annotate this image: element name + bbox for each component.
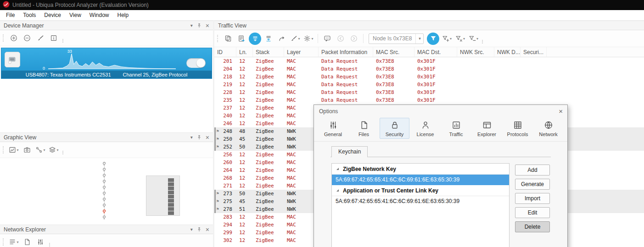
network-node-icon[interactable]	[102, 192, 106, 196]
packet-row-218[interactable]: 21812ZigBeeMACData Request0x73E80x301F	[214, 73, 644, 81]
next-comment-button[interactable]	[348, 33, 360, 44]
options-tab-protocols[interactable]: Protocols	[503, 118, 532, 139]
add-device-button[interactable]	[8, 32, 20, 44]
edit-key-button[interactable]: Edit	[515, 207, 550, 218]
report-button[interactable]: ▾	[8, 236, 20, 247]
chevron-down-icon[interactable]: ▾	[190, 227, 193, 232]
pin-icon[interactable]	[196, 23, 202, 28]
column-header-securi[interactable]: Securi...	[521, 47, 547, 57]
network-node-icon[interactable]	[102, 186, 106, 190]
add-key-button[interactable]: Add	[515, 165, 550, 176]
close-icon[interactable]: ×	[206, 226, 209, 233]
packet-table-header: IDLn.StackLayerPacket InformationMAC Src…	[214, 47, 644, 57]
tab-keychain[interactable]: Keychain	[331, 146, 368, 157]
menu-item-window[interactable]: Window	[85, 11, 113, 20]
column-header-packet-information[interactable]: Packet Information	[319, 47, 373, 57]
chevron-down-icon: ▾	[476, 37, 478, 41]
close-icon[interactable]: ×	[559, 108, 563, 115]
minimap-node-block	[168, 199, 174, 203]
packet-id: 248	[221, 127, 236, 135]
network-node-icon[interactable]	[102, 203, 106, 208]
chevron-down-icon[interactable]: ▾	[190, 23, 193, 28]
packet-row-204[interactable]: 20412ZigBeeMACData Request0x73E80x301F	[214, 65, 644, 73]
prev-comment-button[interactable]	[335, 33, 347, 44]
column-header-stack[interactable]: Stack	[253, 47, 284, 57]
filter-add-button[interactable]: ▾	[441, 33, 453, 44]
packet-row-228[interactable]: 22812ZigBeeMACData Request0x73E80x301F	[214, 88, 644, 96]
menu-item-view[interactable]: View	[65, 11, 85, 20]
network-node-icon[interactable]	[102, 174, 106, 178]
menu-item-help[interactable]: Help	[113, 11, 133, 20]
options-tab-network[interactable]: Network	[533, 118, 563, 139]
column-header-nwk-d[interactable]: NWK D...	[494, 47, 521, 57]
device-enable-toggle[interactable]	[186, 58, 206, 68]
highlighted-network-node-icon[interactable]	[102, 209, 106, 214]
key-value-row[interactable]: 5A:69:67:42:65:65:41:6C:6C:69:61:6E:63:6…	[332, 196, 509, 207]
chevron-down-icon[interactable]: ▾	[415, 34, 423, 44]
options-tab-explorer[interactable]: Explorer	[472, 118, 502, 139]
key-list[interactable]: ZigBee Network Key5A:69:67:42:65:65:41:6…	[331, 163, 510, 247]
options-tab-traffic[interactable]: Traffic	[441, 118, 471, 139]
filter-clear-button[interactable]: ▾	[454, 33, 466, 44]
chevron-down-icon[interactable]: ▾	[190, 135, 193, 140]
options-tab-files[interactable]: Files	[349, 118, 379, 139]
options-tab-general[interactable]: General	[318, 118, 348, 139]
goto-last-button[interactable]	[263, 33, 274, 44]
pin-icon[interactable]	[196, 135, 202, 140]
layers-button[interactable]: ▾	[48, 144, 60, 156]
forward-packet-button[interactable]	[276, 33, 288, 44]
copy-page-button[interactable]	[21, 236, 33, 247]
network-node-icon[interactable]	[102, 180, 106, 184]
pin-icon[interactable]	[196, 227, 202, 232]
key-group-header-application-or-trust-center-link-key[interactable]: Application or Trust Center Link Key	[332, 185, 509, 196]
column-header-id[interactable]: ID	[214, 47, 236, 57]
copy-packets-button[interactable]	[222, 33, 234, 44]
export-packets-button[interactable]	[235, 33, 247, 44]
diagram-button[interactable]: ▾	[8, 144, 20, 156]
packet-filter-combo[interactable]: Node Is 0x73E8▾	[369, 33, 424, 44]
column-header-layer[interactable]: Layer	[284, 47, 319, 57]
topology-button[interactable]: ▾	[34, 144, 46, 156]
packet-id: 252	[221, 143, 236, 151]
delete-key-button[interactable]: Delete	[515, 221, 550, 232]
snapshot-button[interactable]	[21, 144, 33, 156]
column-header-mac-dst[interactable]: MAC Dst.	[414, 47, 457, 57]
traffic-settings-button[interactable]: ▾	[302, 33, 314, 44]
network-node-icon[interactable]	[102, 168, 106, 172]
column-header-nwk-src[interactable]: NWK Src.	[457, 47, 494, 57]
menu-item-tools[interactable]: Tools	[19, 11, 40, 20]
column-header-mac-src[interactable]: MAC Src.	[373, 47, 414, 57]
packet-row-201[interactable]: 20112ZigBeeMACData Request0x73E80x301F	[214, 57, 644, 65]
clear-traffic-button[interactable]: ▾	[289, 33, 301, 44]
close-icon[interactable]: ×	[206, 134, 209, 141]
generate-key-button[interactable]: Generate	[515, 179, 550, 190]
network-node-icon[interactable]	[102, 215, 106, 220]
options-tab-license[interactable]: License	[410, 118, 440, 139]
network-node-icon[interactable]	[102, 162, 106, 166]
device-card[interactable]: 33 0 USB4807: Texas Instruments CC2531 C…	[1, 48, 212, 79]
menu-item-file[interactable]: File	[2, 11, 19, 20]
network-node-icon[interactable]	[102, 198, 106, 202]
remove-device-button[interactable]	[21, 32, 33, 44]
packet-row-235[interactable]: 23512ZigBeeMACData Request0x73E80x301F	[214, 96, 644, 104]
options-tab-security[interactable]: Security	[380, 118, 409, 139]
key-group-header-zigbee-network-key[interactable]: ZigBee Network Key	[332, 164, 509, 175]
device-info-button[interactable]	[48, 32, 60, 44]
dialog-titlebar[interactable]: Options ×	[314, 105, 567, 117]
window-title: Untitled - Ubiqua Protocol Analyzer (Eva…	[12, 2, 149, 8]
filter-settings-button[interactable]	[34, 236, 46, 247]
packet-row-219[interactable]: 21912ZigBeeMACData Request0x73E80x301F	[214, 81, 644, 88]
menu-item-device[interactable]: Device	[40, 11, 65, 20]
key-value-row[interactable]: 5A:69:67:42:65:65:41:6C:6C:69:61:6E:63:6…	[332, 175, 509, 185]
titlebar: Untitled - Ubiqua Protocol Analyzer (Eva…	[0, 0, 644, 10]
clean-device-button[interactable]	[34, 32, 46, 44]
add-comment-button[interactable]	[321, 33, 333, 44]
import-key-button[interactable]: Import	[515, 193, 550, 204]
packet-id: 273	[221, 190, 236, 198]
filter-enabled-button[interactable]	[427, 33, 439, 45]
filter-remove-button[interactable]: ▾	[467, 33, 479, 44]
close-icon[interactable]: ×	[206, 22, 209, 29]
autoscroll-button[interactable]	[249, 33, 261, 45]
column-header-ln[interactable]: Ln.	[236, 47, 253, 57]
graphic-view-canvas[interactable]	[0, 158, 213, 225]
